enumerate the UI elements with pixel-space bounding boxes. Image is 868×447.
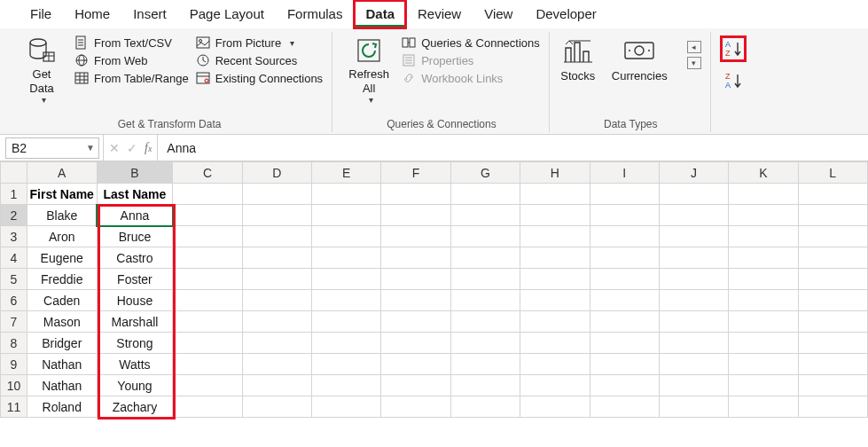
cell[interactable] <box>659 184 728 205</box>
cell[interactable] <box>798 269 867 290</box>
cell[interactable] <box>590 269 659 290</box>
cell[interactable] <box>450 311 520 333</box>
row-header[interactable]: 6 <box>1 290 27 311</box>
cell[interactable] <box>242 311 311 333</box>
row-header[interactable]: 5 <box>1 269 27 290</box>
row-header[interactable]: 8 <box>1 333 27 354</box>
cell[interactable] <box>450 375 520 396</box>
cell[interactable] <box>450 226 520 247</box>
cell[interactable] <box>242 269 311 290</box>
row-header[interactable]: 2 <box>1 205 27 226</box>
cell[interactable] <box>520 354 590 375</box>
cell[interactable] <box>242 290 311 311</box>
cell[interactable] <box>590 396 659 418</box>
cell[interactable]: Freddie <box>27 269 97 290</box>
datatype-prev[interactable]: ◂ <box>687 41 701 53</box>
tab-developer[interactable]: Developer <box>525 1 606 27</box>
cell[interactable] <box>242 184 311 205</box>
tab-review[interactable]: Review <box>407 1 472 27</box>
cell[interactable] <box>312 311 381 333</box>
cell[interactable] <box>173 290 242 311</box>
cell[interactable] <box>798 375 867 396</box>
cell[interactable]: Bruce <box>97 226 173 247</box>
from-picture-button[interactable]: From Picture <box>196 35 323 50</box>
cell[interactable] <box>312 396 381 418</box>
cell[interactable] <box>381 205 450 226</box>
cell[interactable] <box>520 226 590 247</box>
cell[interactable]: Young <box>97 375 173 396</box>
cell[interactable] <box>173 247 242 269</box>
cell[interactable] <box>450 290 520 311</box>
cell[interactable] <box>450 333 520 354</box>
col-header-I[interactable]: I <box>590 162 659 184</box>
fx-icon[interactable]: fx <box>145 141 152 155</box>
cell[interactable]: Blake <box>27 205 97 226</box>
cell[interactable] <box>242 354 311 375</box>
cell[interactable] <box>312 333 381 354</box>
formula-input[interactable]: Anna <box>158 141 868 155</box>
cell[interactable] <box>798 354 867 375</box>
cell[interactable] <box>450 184 520 205</box>
row-header[interactable]: 3 <box>1 226 27 247</box>
cell[interactable] <box>729 396 798 418</box>
col-header-G[interactable]: G <box>450 162 520 184</box>
cell[interactable] <box>520 396 590 418</box>
queries-connections-button[interactable]: Queries & Connections <box>402 35 540 50</box>
cell[interactable] <box>659 269 728 290</box>
cell[interactable]: Anna <box>97 205 173 226</box>
cell[interactable] <box>173 226 242 247</box>
cell[interactable] <box>798 205 867 226</box>
row-header[interactable]: 1 <box>1 184 27 205</box>
cell[interactable] <box>381 375 450 396</box>
cell[interactable]: Nathan <box>27 375 97 396</box>
cell[interactable] <box>173 311 242 333</box>
cell[interactable] <box>798 184 867 205</box>
cell[interactable] <box>520 269 590 290</box>
cell[interactable] <box>590 226 659 247</box>
cell[interactable] <box>381 354 450 375</box>
cell[interactable]: Watts <box>97 354 173 375</box>
cell[interactable] <box>729 354 798 375</box>
cell[interactable] <box>242 247 311 269</box>
cell[interactable] <box>798 247 867 269</box>
cell[interactable] <box>729 247 798 269</box>
row-header[interactable]: 11 <box>1 396 27 418</box>
currencies-datatype[interactable]: Currencies <box>612 35 668 82</box>
cell[interactable] <box>381 290 450 311</box>
cell[interactable]: Strong <box>97 333 173 354</box>
grid-table[interactable]: A B C D E F G H I J K L 1First NameLast … <box>0 161 868 418</box>
cell[interactable]: Bridger <box>27 333 97 354</box>
cell[interactable] <box>590 311 659 333</box>
cell[interactable] <box>312 247 381 269</box>
cell[interactable] <box>381 311 450 333</box>
select-all-corner[interactable] <box>1 162 27 184</box>
tab-home[interactable]: Home <box>64 1 121 27</box>
cell[interactable] <box>659 375 728 396</box>
cell[interactable]: Mason <box>27 311 97 333</box>
from-table-range-button[interactable]: From Table/Range <box>74 71 189 85</box>
cell[interactable] <box>312 354 381 375</box>
cell[interactable] <box>798 226 867 247</box>
cell[interactable] <box>173 375 242 396</box>
cell[interactable] <box>173 333 242 354</box>
cell[interactable] <box>798 396 867 418</box>
cell[interactable] <box>312 290 381 311</box>
col-header-H[interactable]: H <box>520 162 590 184</box>
cell[interactable] <box>450 205 520 226</box>
cell[interactable] <box>242 226 311 247</box>
cell[interactable] <box>173 205 242 226</box>
cell[interactable] <box>173 354 242 375</box>
cell[interactable] <box>798 290 867 311</box>
cell[interactable] <box>173 184 242 205</box>
cell[interactable] <box>450 247 520 269</box>
col-header-E[interactable]: E <box>312 162 381 184</box>
cell[interactable] <box>659 354 728 375</box>
cell[interactable] <box>729 184 798 205</box>
row-header[interactable]: 9 <box>1 354 27 375</box>
cell[interactable] <box>659 247 728 269</box>
cell[interactable]: Nathan <box>27 354 97 375</box>
cell[interactable] <box>312 226 381 247</box>
cell[interactable] <box>520 290 590 311</box>
cell[interactable] <box>729 333 798 354</box>
cell[interactable]: House <box>97 290 173 311</box>
